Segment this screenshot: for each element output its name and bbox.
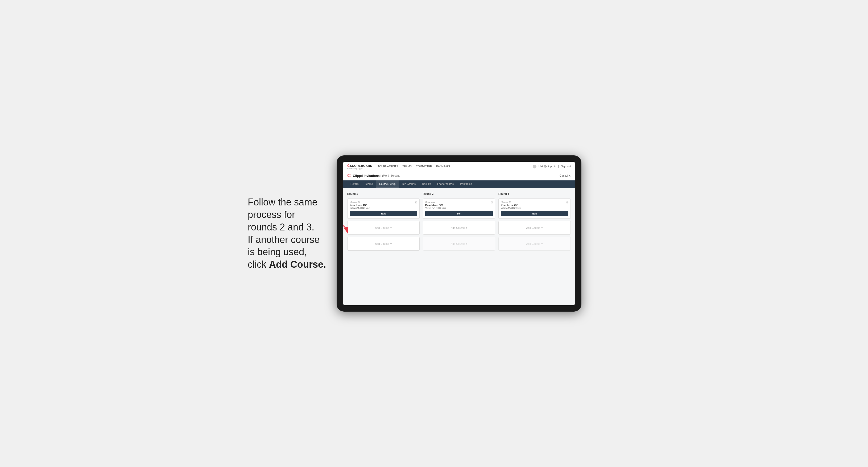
round-1-column: Round 1 (Course A) Peachtree GC Yellow (… — [347, 192, 420, 251]
round-2-column: Round 2 (Course A) Peachtree GC Yellow (… — [423, 192, 495, 251]
annotation-text: Follow the same process for rounds 2 and… — [248, 196, 326, 271]
r2-course-tag: (Course A) — [425, 201, 446, 203]
r2-delete-icon[interactable]: ⊡ — [491, 201, 493, 204]
round-3-course-card: (Course A) Peachtree GC Yellow (M) (6629… — [498, 198, 571, 219]
cancel-button[interactable]: Cancel ✕ — [560, 174, 571, 177]
top-nav: CSCOREBOARD Powered by clippd TOURNAMENT… — [343, 162, 575, 172]
tablet-wrapper: CSCOREBOARD Powered by clippd TOURNAMENT… — [337, 155, 581, 312]
rounds-grid: Round 1 (Course A) Peachtree GC Yellow (… — [347, 192, 571, 251]
scoreboard-logo: CSCOREBOARD Powered by clippd — [347, 164, 372, 169]
r3-delete-icon[interactable]: ⊡ — [566, 201, 568, 204]
nav-teams[interactable]: TEAMS — [402, 164, 411, 169]
tablet-screen: CSCOREBOARD Powered by clippd TOURNAMENT… — [343, 162, 575, 305]
tabs-bar: Details Teams Course Setup Tee Groups Re… — [343, 180, 575, 188]
tab-results[interactable]: Results — [419, 180, 434, 188]
r1-add-course-2[interactable]: Add Course+ — [347, 237, 420, 251]
round-2-label: Round 2 — [423, 192, 495, 195]
page-wrapper: Follow the same process for rounds 2 and… — [248, 155, 620, 312]
r2-course-details: Yellow (M) (6629 yds) — [425, 207, 446, 209]
r1-course-tag: (Course A) — [350, 201, 370, 203]
tab-tee-groups[interactable]: Tee Groups — [399, 180, 419, 188]
tab-course-setup[interactable]: Course Setup — [376, 180, 399, 188]
sign-out-link[interactable]: Sign out — [561, 165, 571, 168]
sub-header: C Clippd Invitational (Men) Hosting Canc… — [343, 172, 575, 180]
clippd-logo-c: C — [347, 173, 351, 179]
r2-add-course-2: Add Course+ — [423, 237, 495, 251]
round-3-label: Round 3 — [498, 192, 571, 195]
r1-add-course-1[interactable]: Add Course+ — [347, 221, 420, 235]
r3-course-name: Peachtree GC — [501, 204, 521, 207]
nav-committee[interactable]: COMMITTEE — [416, 164, 432, 169]
r2-course-name: Peachtree GC — [425, 204, 446, 207]
round-2-course-card: (Course A) Peachtree GC Yellow (M) (6629… — [423, 198, 495, 219]
r3-edit-button[interactable]: Edit — [501, 211, 568, 216]
r3-add-course-2: Add Course+ — [498, 237, 571, 251]
nav-rankings[interactable]: RANKINGS — [436, 164, 450, 169]
r1-course-name: Peachtree GC — [350, 204, 370, 207]
r3-course-details: Yellow (M) (6629 yds) — [501, 207, 521, 209]
round-1-label: Round 1 — [347, 192, 420, 195]
round-1-course-card: (Course A) Peachtree GC Yellow (M) (6629… — [347, 198, 420, 219]
nav-right: blair@clippd.io | Sign out — [533, 165, 571, 168]
tab-details[interactable]: Details — [347, 180, 362, 188]
tab-teams[interactable]: Teams — [362, 180, 376, 188]
tab-leaderboards[interactable]: Leaderboards — [434, 180, 457, 188]
tab-printables[interactable]: Printables — [457, 180, 475, 188]
tournament-name: Clippd Invitational — [353, 174, 380, 178]
user-email: blair@clippd.io — [538, 165, 556, 168]
r1-edit-button[interactable]: Edit — [350, 211, 417, 216]
nav-tournaments[interactable]: TOURNAMENTS — [378, 164, 398, 169]
r2-edit-button[interactable]: Edit — [425, 211, 493, 216]
r2-add-course-1[interactable]: Add Course+ — [423, 221, 495, 235]
r1-delete-icon[interactable]: ⊡ — [415, 201, 417, 204]
main-content: Round 1 (Course A) Peachtree GC Yellow (… — [343, 188, 575, 305]
nav-links: TOURNAMENTS TEAMS COMMITTEE RANKINGS — [378, 164, 533, 169]
r1-course-details: Yellow (M) (6629 yds) — [350, 207, 370, 209]
tournament-badge: (Men) — [382, 174, 389, 177]
user-avatar — [533, 165, 536, 168]
r3-add-course-1[interactable]: Add Course+ — [498, 221, 571, 235]
round-3-column: Round 3 (Course A) Peachtree GC Yellow (… — [498, 192, 571, 251]
r3-course-tag: (Course A) — [501, 201, 521, 203]
hosting-badge: Hosting — [391, 174, 400, 177]
